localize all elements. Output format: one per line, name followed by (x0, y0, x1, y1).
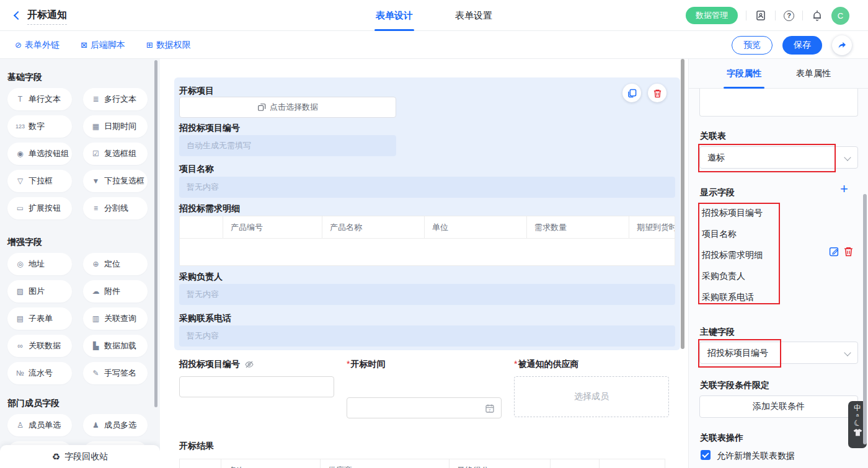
radio-icon: ◉ (16, 149, 25, 158)
tshirt-icon[interactable] (853, 428, 862, 436)
recycle-icon: ♻ (52, 451, 60, 462)
field-item-label: 附件 (104, 286, 120, 297)
related-table-label: 关联表 (700, 131, 726, 142)
related-data-block-selected[interactable]: 开标项目 点击选择数据 招投标项目编号 自动生成无需填写 项目名称 暂无内容 招… (174, 77, 680, 350)
field-item-member-single[interactable]: ♙成员单选 (7, 414, 72, 436)
people-icon: ♟ (91, 421, 100, 430)
display-field-item[interactable]: 采购负责人 (702, 271, 745, 282)
field-item-related-query[interactable]: ▥关联查询 (83, 307, 148, 330)
project-no-text-input[interactable] (179, 376, 334, 397)
manual-book-icon[interactable] (755, 9, 767, 22)
header-cell-empty (180, 459, 221, 468)
field-item-label: 单选按钮组 (29, 148, 69, 159)
block-title: 开标项目 (179, 86, 214, 97)
header-cell: 产品名称 (322, 216, 425, 238)
header-cell: 名次 (221, 459, 321, 468)
phone-input[interactable]: 暂无内容 (179, 325, 675, 347)
save-button[interactable]: 保存 (782, 36, 822, 55)
user-avatar[interactable]: C (831, 7, 849, 25)
add-display-field-button[interactable]: + (840, 182, 848, 196)
allow-add-checkbox[interactable] (701, 450, 711, 460)
add-condition-button[interactable]: 添加关联条件 (699, 395, 858, 418)
section-title: 基础字段 (7, 72, 148, 83)
tab-form-properties[interactable]: 表单属性 (796, 59, 831, 89)
canvas-scrollbar[interactable] (681, 59, 684, 349)
related-query-icon: ▥ (91, 314, 100, 323)
related-table-select[interactable]: 邀标 (699, 146, 858, 169)
suppliers-field: *被通知的供应商 (514, 359, 578, 370)
field-label: 采购负责人 (179, 272, 223, 283)
display-field-item[interactable]: 招投标需求明细 (702, 250, 763, 261)
trash-icon (653, 89, 662, 98)
field-item-checkbox-group[interactable]: ☑复选框组 (83, 143, 148, 165)
tab-form-settings[interactable]: 表单设置 (455, 0, 492, 31)
select-members-box[interactable]: 选择成员 (514, 376, 669, 417)
svg-text:7: 7 (489, 408, 491, 412)
backend-script-button[interactable]: ⊠ 后端脚本 (81, 40, 125, 51)
field-item-address[interactable]: ◎地址 (7, 253, 72, 275)
field-item-related-data[interactable]: ∞关联数据 (7, 335, 72, 357)
top-bar: 开标通知 表单设计 表单设置 数据管理 ? C (0, 0, 868, 31)
project-no-input[interactable]: 自动生成无需填写 (179, 135, 396, 156)
top-right-cluster: 数据管理 ? C (686, 0, 849, 31)
delete-block-button[interactable] (648, 84, 666, 102)
field-label: 开标时间 (350, 359, 385, 369)
image-icon: ▨ (16, 287, 25, 296)
field-item-datetime[interactable]: ▦日期时间 (83, 115, 148, 138)
data-manage-button[interactable]: 数据管理 (686, 7, 738, 24)
field-recycle-bin-button[interactable]: ♻ 字段回收站 (0, 445, 160, 468)
related-table-value: 邀标 (707, 152, 725, 162)
result-table-label: 开标结果 (179, 441, 214, 452)
field-item-member-multi[interactable]: ♟成员多选 (83, 414, 148, 436)
field-item-extended-button[interactable]: ▭扩展按钮 (7, 197, 72, 219)
field-sidebar: 基础字段 T单行文本 ≣多行文本 123数字 ▦日期时间 ◉单选按钮组 ☑复选框… (0, 59, 160, 468)
share-button[interactable] (832, 35, 852, 55)
field-item-attachment[interactable]: ☁附件 (83, 280, 148, 302)
field-item-single-line-text[interactable]: T单行文本 (7, 88, 72, 110)
field-item-label: 关联数据 (29, 340, 61, 351)
display-field-item[interactable]: 项目名称 (702, 229, 737, 240)
help-icon[interactable]: ? (784, 11, 794, 21)
partial-input-box[interactable] (699, 89, 858, 117)
detail-table[interactable]: 产品编号 产品名称 单位 需求数量 期望到货时 (179, 216, 675, 266)
field-item-label: 成员单选 (29, 420, 61, 431)
result-table[interactable]: 名次 供应商 最终得分 (179, 459, 665, 468)
field-item-select[interactable]: ▽下拉框 (7, 170, 72, 192)
field-item-signature[interactable]: ✎手写签名 (83, 362, 148, 384)
notification-bell-icon[interactable] (811, 9, 823, 22)
display-field-item[interactable]: 招投标项目编号 (702, 208, 763, 219)
data-permission-button[interactable]: ⊞ 数据权限 (146, 40, 191, 51)
dark-mode-moon-icon[interactable]: ☾ (852, 417, 862, 428)
select-data-button[interactable]: 点击选择数据 (179, 97, 396, 118)
field-item-divider-line[interactable]: ≡分割线 (83, 197, 148, 219)
buyer-input[interactable]: 暂无内容 (179, 284, 675, 305)
panel-scrollbar[interactable] (863, 194, 867, 444)
field-item-image[interactable]: ▨图片 (7, 280, 72, 302)
header-cell: 期望到货时 (629, 216, 675, 238)
field-item-number[interactable]: 123数字 (7, 115, 72, 138)
field-item-radio-group[interactable]: ◉单选按钮组 (7, 143, 72, 165)
duplicate-block-button[interactable] (622, 84, 641, 102)
primary-key-select[interactable]: 招投标项目编号 (699, 342, 858, 364)
field-item-serial-number[interactable]: №流水号 (7, 362, 72, 384)
field-item-multi-line-text[interactable]: ≣多行文本 (83, 88, 148, 110)
sidebar-scrollbar[interactable] (154, 60, 157, 407)
field-item-location[interactable]: ⊕定位 (83, 253, 148, 275)
delete-display-fields-button[interactable] (843, 246, 854, 257)
field-label: 项目名称 (179, 164, 214, 175)
field-item-data-load[interactable]: ▙数据加载 (83, 335, 148, 357)
translate-icon[interactable]: 中 (854, 404, 861, 412)
toolbar-links: ⊘ 表单外链 ⊠ 后端脚本 ⊞ 数据权限 (15, 31, 191, 59)
divider-icon: ≡ (91, 204, 100, 213)
preview-button[interactable]: 预览 (732, 36, 773, 55)
edit-display-fields-button[interactable] (829, 246, 839, 257)
display-field-item[interactable]: 采购联系电话 (702, 292, 754, 303)
project-name-input[interactable]: 暂无内容 (179, 177, 675, 198)
field-item-subform[interactable]: ▤子表单 (7, 307, 72, 330)
header-cell-empty (600, 459, 665, 468)
tab-field-properties[interactable]: 字段属性 (727, 59, 761, 89)
field-item-multi-select[interactable]: ▼下拉复选框 (83, 170, 148, 192)
open-time-date-input[interactable]: 7 (347, 397, 502, 418)
tab-form-design[interactable]: 表单设计 (376, 0, 413, 31)
form-external-link-button[interactable]: ⊘ 表单外链 (15, 40, 60, 51)
